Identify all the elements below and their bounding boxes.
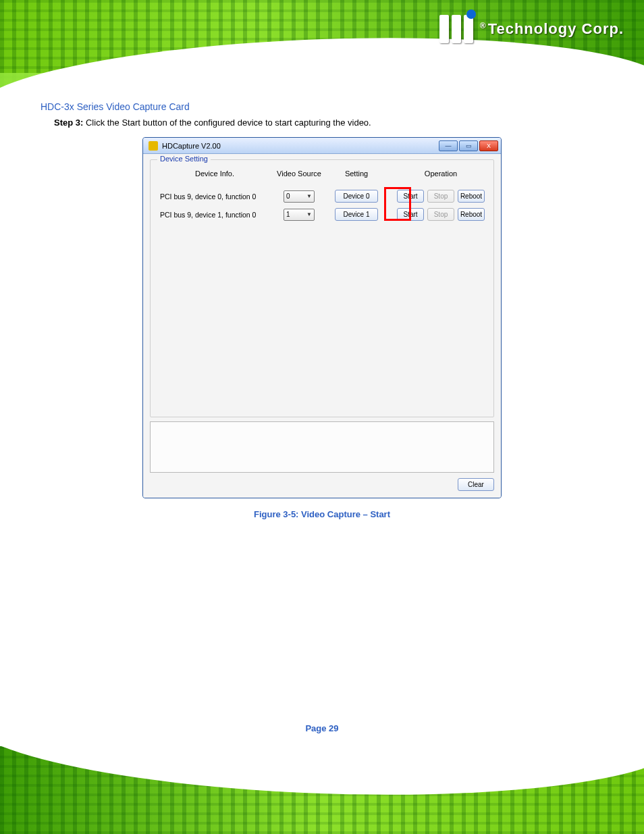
reboot-button[interactable]: Reboot	[458, 190, 485, 203]
app-icon	[149, 141, 158, 151]
header-source: Video Source	[272, 170, 326, 178]
brand-logo-bar	[464, 15, 473, 43]
brand-text: ®Technology Corp.	[480, 20, 624, 38]
device-setting-button[interactable]: Device 0	[335, 190, 378, 203]
window-close-button[interactable]: X	[479, 140, 498, 151]
brand-block: ®Technology Corp.	[439, 15, 624, 43]
device-row: PCI bus 9, device 0, function 0 0 ▼ Devi…	[157, 190, 487, 203]
document-step: Step 3: Click the Start button of the co…	[54, 118, 603, 128]
operation-cell: Start Stop Reboot	[387, 190, 495, 203]
setting-cell: Device 0	[326, 190, 387, 203]
brand-name: Technology Corp.	[488, 20, 624, 37]
figure-caption: Figure 3-5: Video Capture – Start	[41, 509, 603, 519]
column-headers: Device Info. Video Source Setting Operat…	[157, 170, 487, 178]
log-output	[150, 421, 494, 473]
setting-cell: Device 1	[326, 208, 387, 221]
brand-logo	[439, 15, 473, 43]
operation-cell: Start Stop Reboot	[387, 208, 495, 221]
document-body: HDC-3x Series Video Capture Card Step 3:…	[41, 101, 603, 733]
window-minimize-button[interactable]: —	[439, 140, 458, 151]
document-title: HDC-3x Series Video Capture Card	[41, 101, 603, 112]
page-footer-curve	[0, 746, 644, 806]
window-titlebar: HDCapture V2.00 — ▭ X	[143, 138, 501, 154]
device-setting-group: Device Setting Device Info. Video Source…	[150, 159, 494, 417]
reboot-button[interactable]: Reboot	[458, 208, 485, 221]
page-header-decor: ®Technology Corp.	[0, 0, 644, 88]
chevron-down-icon: ▼	[306, 193, 312, 199]
chevron-down-icon: ▼	[306, 211, 312, 217]
video-source-dropdown[interactable]: 0 ▼	[284, 190, 315, 203]
page-footer-decor	[0, 746, 644, 834]
group-empty-space	[157, 226, 487, 409]
group-title: Device Setting	[157, 155, 211, 163]
video-source-cell: 0 ▼	[272, 190, 326, 203]
dropdown-value: 1	[286, 211, 290, 218]
header-operation: Operation	[387, 170, 495, 178]
app-inner: Device Setting Device Info. Video Source…	[143, 154, 501, 498]
window-maximize-button[interactable]: ▭	[459, 140, 478, 151]
device-info: PCI bus 9, device 1, function 0	[157, 211, 272, 219]
video-source-dropdown[interactable]: 1 ▼	[284, 209, 315, 221]
step-prefix: Step 3:	[54, 118, 83, 128]
start-button[interactable]: Start	[397, 190, 424, 203]
start-button[interactable]: Start	[397, 208, 424, 221]
step-text: Click the Start button of the configured…	[86, 118, 371, 128]
page-number: Page 29	[41, 723, 603, 733]
device-info: PCI bus 9, device 0, function 0	[157, 192, 272, 201]
document-blank	[41, 523, 603, 712]
video-source-cell: 1 ▼	[272, 209, 326, 221]
clear-button[interactable]: Clear	[458, 478, 494, 491]
figure-wrapper: HDCapture V2.00 — ▭ X Device Setting Dev…	[142, 137, 502, 498]
bottom-row: Clear	[150, 473, 494, 492]
brand-logo-dot	[466, 9, 476, 19]
header-info: Device Info.	[157, 170, 272, 178]
brand-logo-bar	[439, 15, 449, 43]
header-setting: Setting	[326, 170, 387, 178]
stop-button[interactable]: Stop	[427, 190, 454, 203]
device-row: PCI bus 9, device 1, function 0 1 ▼ Devi…	[157, 208, 487, 221]
window-buttons: — ▭ X	[439, 140, 498, 151]
brand-reg: ®	[480, 21, 487, 30]
device-setting-button[interactable]: Device 1	[335, 208, 378, 221]
brand-logo-bar	[452, 15, 461, 43]
hdcapture-window: HDCapture V2.00 — ▭ X Device Setting Dev…	[142, 137, 502, 498]
dropdown-value: 0	[286, 192, 290, 200]
window-title: HDCapture V2.00	[162, 142, 439, 150]
stop-button[interactable]: Stop	[427, 208, 454, 221]
